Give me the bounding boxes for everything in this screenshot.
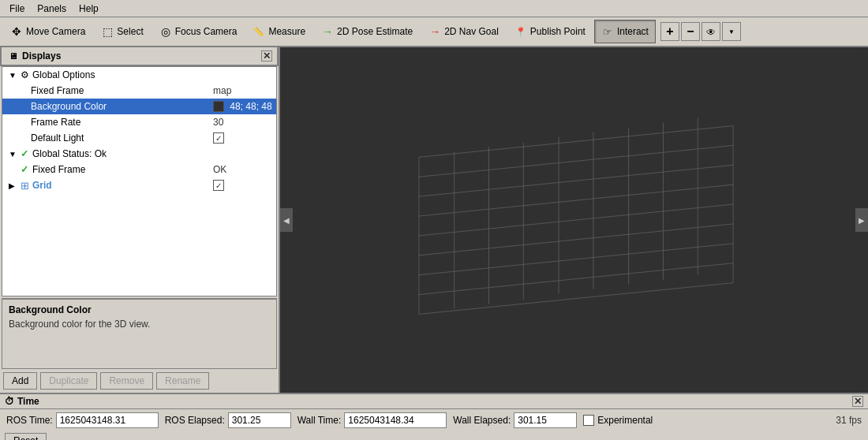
move-camera-label: Move Camera — [26, 26, 85, 37]
frame-rate-label: Frame Rate — [31, 117, 213, 128]
select-button[interactable]: Select — [94, 20, 150, 43]
global-status-check-icon — [18, 147, 31, 160]
displays-close-button[interactable]: ✕ — [261, 50, 272, 62]
tree-fixed-frame[interactable]: Fixed Frame map — [2, 83, 276, 99]
displays-icon — [6, 50, 19, 62]
wall-elapsed-input[interactable] — [514, 412, 577, 428]
grid-checkbox-value: ✓ — [213, 180, 276, 192]
ros-time-field: ROS Time: — [6, 412, 159, 428]
global-status-label: Global Status: Ok — [32, 148, 213, 159]
global-options-label: Global Options — [32, 69, 213, 80]
tree-global-options[interactable]: ▼ Global Options — [2, 67, 276, 83]
main-area: Displays ✕ ▼ Global Options — [0, 47, 868, 393]
ros-elapsed-input[interactable] — [228, 412, 291, 428]
toolbar-dropdown-button[interactable]: ▼ — [722, 22, 741, 41]
pose-estimate-label: 2D Pose Estimate — [337, 26, 413, 37]
tree-frame-rate[interactable]: Frame Rate 30 — [2, 114, 276, 130]
move-camera-icon — [10, 25, 23, 38]
grid-checkbox[interactable]: ✓ — [213, 180, 224, 191]
time-content: ROS Time: ROS Elapsed: Wall Time: Wall E… — [0, 409, 868, 431]
displays-tree[interactable]: ▼ Global Options Fixed Frame map — [2, 66, 277, 296]
toolbar-minus-button[interactable] — [681, 22, 700, 41]
tree-fixed-frame-status[interactable]: Fixed Frame OK — [2, 162, 276, 177]
duplicate-button[interactable]: Duplicate — [40, 372, 97, 390]
experimental-label: Experimental — [597, 415, 653, 426]
clock-icon — [5, 396, 14, 407]
pose-estimate-icon — [321, 25, 334, 38]
frame-rate-value: 30 — [213, 117, 276, 128]
left-panel: Displays ✕ ▼ Global Options — [0, 47, 280, 393]
default-light-value: ✓ — [213, 132, 276, 144]
move-camera-button[interactable]: Move Camera — [3, 20, 92, 43]
description-title: Background Color — [9, 304, 270, 315]
eye-icon — [706, 25, 716, 38]
plus-icon — [666, 24, 673, 39]
color-swatch[interactable] — [213, 101, 224, 112]
tree-grid[interactable]: ▶ Grid ✓ — [2, 177, 276, 193]
measure-button[interactable]: Measure — [245, 20, 312, 43]
tree-global-status[interactable]: ▼ Global Status: Ok — [2, 146, 276, 162]
viewport-arrow-left[interactable]: ◀ — [280, 208, 293, 232]
reset-button[interactable]: Reset — [5, 433, 47, 440]
toolbar: Move Camera Select Focus Camera Measure … — [0, 17, 868, 47]
fixed-frame-check-icon — [18, 163, 31, 176]
wall-elapsed-label: Wall Elapsed: — [453, 415, 511, 426]
experimental-row: Experimental — [583, 415, 653, 426]
viewport[interactable]: ◀ ▶ — [280, 47, 868, 393]
interact-button[interactable]: Interact — [594, 20, 656, 43]
select-icon — [101, 25, 114, 38]
time-bottom-row: Reset — [0, 431, 868, 440]
focus-camera-icon — [159, 25, 172, 38]
menu-help[interactable]: Help — [73, 2, 105, 16]
publish-point-icon — [514, 25, 527, 38]
expand-arrow-global[interactable]: ▼ — [9, 71, 18, 80]
experimental-checkbox[interactable] — [583, 415, 594, 426]
menu-file[interactable]: File — [3, 2, 31, 16]
ros-time-label: ROS Time: — [6, 415, 53, 426]
time-header-left: Time — [5, 396, 39, 407]
interact-label: Interact — [617, 26, 649, 37]
select-label: Select — [117, 26, 143, 37]
nav-goal-label: 2D Nav Goal — [444, 26, 499, 37]
focus-camera-button[interactable]: Focus Camera — [152, 20, 245, 43]
remove-button[interactable]: Remove — [100, 372, 153, 390]
toolbar-extras: ▼ — [660, 22, 741, 41]
nav-goal-icon — [428, 25, 441, 38]
menu-panels[interactable]: Panels — [31, 2, 73, 16]
default-light-checkbox[interactable]: ✓ — [213, 132, 224, 144]
nav-goal-button[interactable]: 2D Nav Goal — [421, 20, 506, 43]
time-panel: Time ✕ ROS Time: ROS Elapsed: Wall Time:… — [0, 393, 868, 440]
displays-header-left: Displays — [6, 50, 61, 62]
tree-background-color[interactable]: Background Color 48; 48; 48 — [2, 99, 276, 114]
fixed-frame-status-value: OK — [213, 164, 276, 175]
fps-display: 31 fps — [836, 415, 862, 426]
fixed-frame-status-label: Fixed Frame — [32, 164, 213, 175]
background-color-label: Background Color — [31, 101, 213, 112]
grid-label: Grid — [32, 180, 213, 191]
expand-arrow-grid[interactable]: ▶ — [9, 181, 18, 190]
tree-default-light[interactable]: Default Light ✓ — [2, 130, 276, 146]
3d-grid-view — [280, 47, 868, 393]
global-options-icon — [18, 69, 31, 81]
wall-time-input[interactable] — [344, 412, 447, 428]
time-panel-close[interactable]: ✕ — [852, 396, 863, 407]
displays-title: Displays — [22, 50, 61, 62]
expand-arrow-status[interactable]: ▼ — [9, 150, 18, 158]
viewport-arrow-right[interactable]: ▶ — [855, 208, 868, 232]
displays-panel-header: Displays ✕ — [0, 47, 279, 66]
ros-elapsed-label: ROS Elapsed: — [165, 415, 225, 426]
rename-button[interactable]: Rename — [156, 372, 209, 390]
wall-elapsed-field: Wall Elapsed: — [453, 412, 577, 428]
ros-elapsed-field: ROS Elapsed: — [165, 412, 291, 428]
toolbar-eye-button[interactable] — [702, 22, 720, 41]
ros-time-input[interactable] — [56, 412, 159, 428]
toolbar-plus-button[interactable] — [660, 22, 679, 41]
add-button[interactable]: Add — [3, 372, 37, 390]
wall-time-field: Wall Time: — [297, 412, 447, 428]
panel-buttons: Add Duplicate Remove Rename — [0, 369, 279, 393]
publish-point-button[interactable]: Publish Point — [507, 20, 593, 43]
measure-icon — [253, 25, 265, 38]
publish-point-label: Publish Point — [530, 26, 586, 37]
default-light-label: Default Light — [31, 132, 213, 144]
pose-estimate-button[interactable]: 2D Pose Estimate — [314, 20, 420, 43]
